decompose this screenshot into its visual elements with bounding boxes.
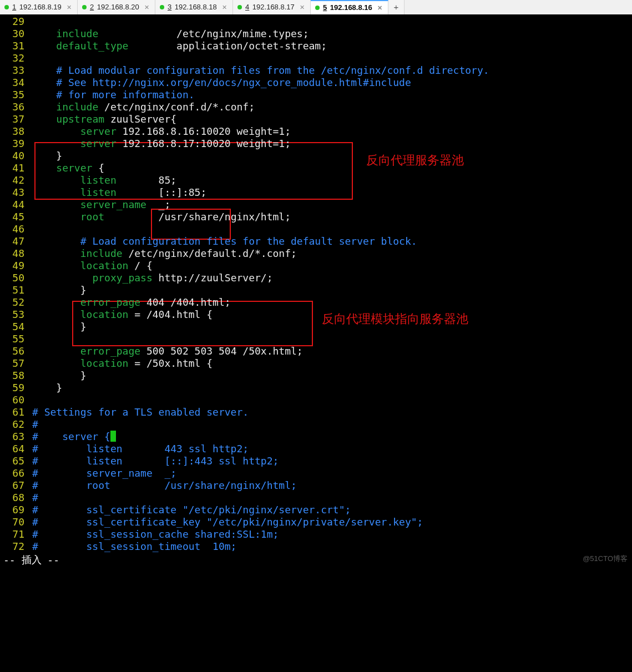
code-content[interactable]: # ssl_session_timeout 10m; [32, 540, 632, 553]
code-line[interactable]: 50 proxy_pass http://zuulServer/; [0, 272, 632, 284]
code-line[interactable]: 53 location = /404.html { [0, 309, 632, 321]
code-content[interactable]: server_name _; [32, 199, 632, 211]
code-content[interactable]: upstream zuulServer{ [32, 113, 632, 125]
code-content[interactable]: include /etc/nginx/mime.types; [32, 28, 632, 40]
code-content[interactable]: # Load configuration files for the defau… [32, 235, 632, 247]
code-content[interactable]: server { [32, 162, 632, 174]
code-line[interactable]: 59 } [0, 382, 632, 394]
code-line[interactable]: 57 location = /50x.html { [0, 357, 632, 370]
code-content[interactable]: } [32, 370, 632, 382]
code-content[interactable]: # ssl_certificate_key "/etc/pki/nginx/pr… [32, 516, 632, 528]
code-line[interactable]: 60 [0, 394, 632, 406]
code-line[interactable]: 35 # for more information. [0, 89, 632, 101]
code-line[interactable]: 45 root /usr/share/nginx/html; [0, 211, 632, 223]
code-content[interactable]: } [32, 382, 632, 394]
code-content[interactable]: server 192.168.8.16:10020 weight=1; [32, 125, 632, 138]
code-line[interactable]: 31 default_type application/octet-stream… [0, 40, 632, 52]
code-content[interactable]: location = /50x.html { [32, 357, 632, 370]
code-line[interactable]: 52 error_page 404 /404.html; [0, 296, 632, 309]
code-line[interactable]: 70# ssl_certificate_key "/etc/pki/nginx/… [0, 516, 632, 528]
code-line[interactable]: 33 # Load modular configuration files fr… [0, 64, 632, 77]
code-content[interactable]: # server { [32, 431, 632, 443]
code-content[interactable] [32, 394, 632, 406]
code-line[interactable]: 63# server { [0, 431, 632, 443]
code-line[interactable]: 44 server_name _; [0, 199, 632, 211]
code-line[interactable]: 49 location / { [0, 260, 632, 272]
code-content[interactable]: # Load modular configuration files from … [32, 64, 632, 77]
code-content[interactable]: location / { [32, 260, 632, 272]
code-line[interactable]: 41 server { [0, 162, 632, 174]
code-line[interactable]: 54 } [0, 321, 632, 333]
code-content[interactable]: # See http://nginx.org/en/docs/ngx_core_… [32, 77, 632, 89]
code-line[interactable]: 30 include /etc/nginx/mime.types; [0, 28, 632, 40]
code-content[interactable]: server 192.168.8.17:10020 weight=1; [32, 138, 632, 150]
code-content[interactable]: # ssl_session_cache shared:SSL:1m; [32, 528, 632, 540]
tab-192-168-8-16[interactable]: 5 192.168.8.16✕ [311, 0, 388, 14]
code-line[interactable]: 67# root /usr/share/nginx/html; [0, 479, 632, 492]
code-content[interactable] [32, 223, 632, 235]
code-content[interactable]: } [32, 150, 632, 162]
code-content[interactable]: } [32, 321, 632, 333]
code-content[interactable]: # for more information. [32, 89, 632, 101]
close-icon[interactable]: ✕ [377, 2, 382, 14]
code-content[interactable]: root /usr/share/nginx/html; [32, 211, 632, 223]
code-line[interactable]: 55 [0, 333, 632, 345]
code-line[interactable]: 48 include /etc/nginx/default.d/*.conf; [0, 247, 632, 260]
code-line[interactable]: 32 [0, 52, 632, 64]
code-content[interactable]: # ssl_certificate "/etc/pki/nginx/server… [32, 504, 632, 516]
code-content[interactable]: include /etc/nginx/default.d/*.conf; [32, 247, 632, 260]
code-content[interactable]: location = /404.html { [32, 309, 632, 321]
code-line[interactable]: 69# ssl_certificate "/etc/pki/nginx/serv… [0, 504, 632, 516]
code-content[interactable]: # [32, 418, 632, 431]
code-content[interactable]: default_type application/octet-stream; [32, 40, 632, 52]
code-line[interactable]: 39 server 192.168.8.17:10020 weight=1; [0, 138, 632, 150]
code-line[interactable]: 40 } [0, 150, 632, 162]
code-line[interactable]: 51 } [0, 284, 632, 296]
code-content[interactable]: include /etc/nginx/conf.d/*.conf; [32, 101, 632, 113]
code-line[interactable]: 72# ssl_session_timeout 10m; [0, 540, 632, 553]
code-content[interactable]: } [32, 284, 632, 296]
code-line[interactable]: 58 } [0, 370, 632, 382]
code-content[interactable] [32, 52, 632, 64]
code-line[interactable]: 47 # Load configuration files for the de… [0, 235, 632, 247]
code-line[interactable]: 62# [0, 418, 632, 431]
code-line[interactable]: 68# [0, 492, 632, 504]
new-tab-button[interactable]: + [388, 0, 405, 14]
close-icon[interactable]: ✕ [67, 1, 72, 13]
code-line[interactable]: 42 listen 85; [0, 174, 632, 186]
code-content[interactable]: error_page 404 /404.html; [32, 296, 632, 309]
code-content[interactable]: # [32, 492, 632, 504]
code-content[interactable]: # listen 443 ssl http2; [32, 443, 632, 455]
code-content[interactable]: error_page 500 502 503 504 /50x.html; [32, 345, 632, 357]
code-line[interactable]: 61# Settings for a TLS enabled server. [0, 406, 632, 418]
code-line[interactable]: 66# server_name _; [0, 467, 632, 479]
tab-192-168-8-19[interactable]: 1 192.168.8.19✕ [0, 0, 78, 14]
tab-192-168-8-17[interactable]: 4 192.168.8.17✕ [233, 0, 311, 14]
close-icon[interactable]: ✕ [300, 1, 305, 13]
code-content[interactable]: # Settings for a TLS enabled server. [32, 406, 632, 418]
code-line[interactable]: 43 listen [::]:85; [0, 186, 632, 199]
code-content[interactable]: listen 85; [32, 174, 632, 186]
close-icon[interactable]: ✕ [144, 1, 149, 13]
code-content[interactable]: listen [::]:85; [32, 186, 632, 199]
code-content[interactable]: # server_name _; [32, 467, 632, 479]
code-line[interactable]: 29 [0, 16, 632, 28]
code-line[interactable]: 36 include /etc/nginx/conf.d/*.conf; [0, 101, 632, 113]
close-icon[interactable]: ✕ [222, 1, 227, 13]
code-line[interactable]: 64# listen 443 ssl http2; [0, 443, 632, 455]
code-line[interactable]: 71# ssl_session_cache shared:SSL:1m; [0, 528, 632, 540]
code-line[interactable]: 65# listen [::]:443 ssl http2; [0, 455, 632, 467]
tab-192-168-8-18[interactable]: 3 192.168.8.18✕ [155, 0, 233, 14]
code-content[interactable] [32, 16, 632, 28]
code-line[interactable]: 38 server 192.168.8.16:10020 weight=1; [0, 125, 632, 138]
code-content[interactable] [32, 333, 632, 345]
code-line[interactable]: 56 error_page 500 502 503 504 /50x.html; [0, 345, 632, 357]
code-content[interactable]: # listen [::]:443 ssl http2; [32, 455, 632, 467]
code-line[interactable]: 37 upstream zuulServer{ [0, 113, 632, 125]
editor-pane[interactable]: 反向代理服务器池 反向代理模块指向服务器池 2930 include /etc/… [0, 14, 632, 567]
code-line[interactable]: 46 [0, 223, 632, 235]
code-line[interactable]: 34 # See http://nginx.org/en/docs/ngx_co… [0, 77, 632, 89]
code-content[interactable]: proxy_pass http://zuulServer/; [32, 272, 632, 284]
tab-192-168-8-20[interactable]: 2 192.168.8.20✕ [78, 0, 155, 14]
code-content[interactable]: # root /usr/share/nginx/html; [32, 479, 632, 492]
